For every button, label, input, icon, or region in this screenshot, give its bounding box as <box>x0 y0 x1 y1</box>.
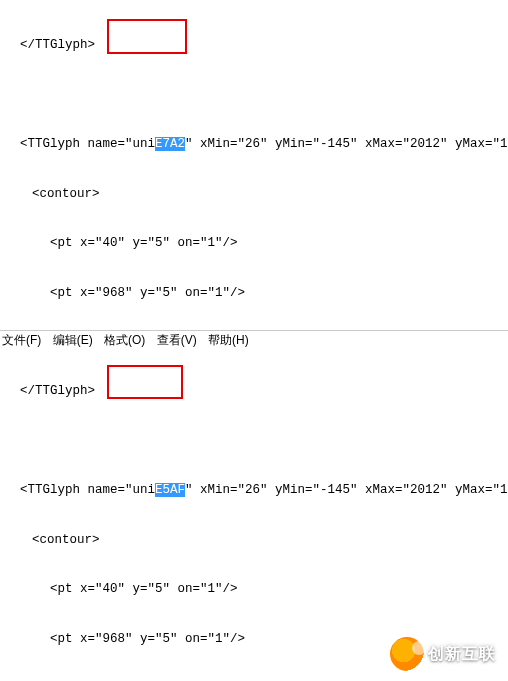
xml-line: <contour> <box>32 532 506 549</box>
menu-view[interactable]: 查看(V) <box>157 333 197 347</box>
menu-format[interactable]: 格式(O) <box>104 333 145 347</box>
xml-prefix: <TTGlyph name="uni <box>20 137 155 151</box>
xml-suffix: " xMin="26" yMin="-145" xMax="2012" yMax… <box>185 137 508 151</box>
xml-line-blank <box>2 433 506 450</box>
xml-line: </TTGlyph> <box>20 37 506 54</box>
menu-help[interactable]: 帮助(H) <box>208 333 249 347</box>
xml-line: <pt x="968" y="5" on="1"/> <box>50 285 506 302</box>
xml-prefix: <TTGlyph name="uni <box>20 483 155 497</box>
editor-panel-top[interactable]: </TTGlyph> <TTGlyph name="uniE7A2" xMin=… <box>0 0 508 330</box>
xml-line: <pt x="40" y="5" on="1"/> <box>50 581 506 598</box>
xml-line: </TTGlyph> <box>20 383 506 400</box>
editor-panel-bottom[interactable]: </TTGlyph> <TTGlyph name="uniE5AF" xMin=… <box>0 348 508 681</box>
xml-line: <contour> <box>32 186 506 203</box>
menu-edit[interactable]: 编辑(E) <box>53 333 93 347</box>
xml-glyph-open: <TTGlyph name="uniE7A2" xMin="26" yMin="… <box>20 136 506 153</box>
xml-line: <pt x="968" y="5" on="1"/> <box>50 631 506 648</box>
menu-file[interactable]: 文件(F) <box>2 333 41 347</box>
xml-line: <pt x="40" y="5" on="1"/> <box>50 235 506 252</box>
selected-code-bottom[interactable]: E5AF <box>155 483 185 497</box>
xml-glyph-open: <TTGlyph name="uniE5AF" xMin="26" yMin="… <box>20 482 506 499</box>
menu-bar: 文件(F) 编辑(E) 格式(O) 查看(V) 帮助(H) <box>0 330 508 348</box>
xml-line-blank <box>2 87 506 104</box>
selected-code-top[interactable]: E7A2 <box>155 137 185 151</box>
xml-suffix: " xMin="26" yMin="-145" xMax="2012" yMax… <box>185 483 508 497</box>
